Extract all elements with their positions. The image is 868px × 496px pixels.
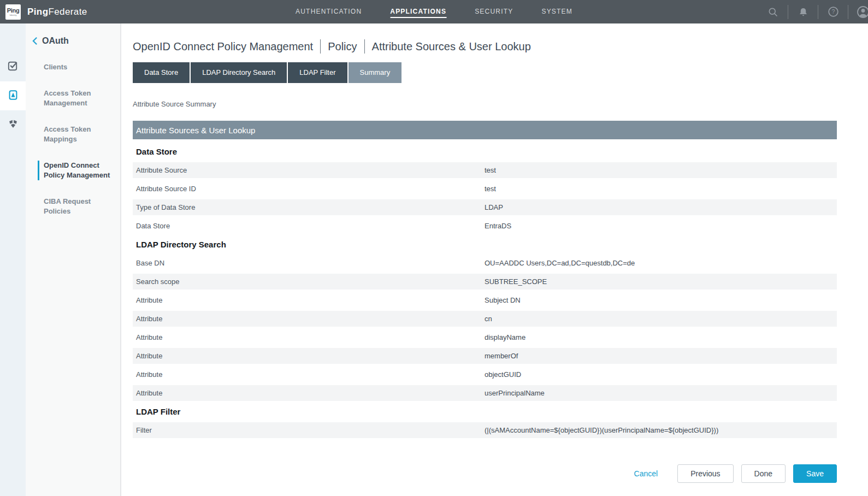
sidebar-items: ClientsAccess Token ManagementAccess Tok…: [26, 62, 120, 216]
product-name: PingFederate: [27, 7, 87, 17]
table-row: Type of Data StoreLDAP: [133, 199, 837, 215]
tab-ldap-directory-search[interactable]: LDAP Directory Search: [191, 62, 287, 83]
ping-identity-logo: Ping Identity: [5, 4, 21, 20]
done-button[interactable]: Done: [741, 464, 786, 483]
row-value: LDAP: [485, 203, 503, 211]
tab-ldap-filter[interactable]: LDAP Filter: [288, 62, 347, 83]
sidebar-item-clients[interactable]: Clients: [38, 62, 115, 72]
row-label: Attribute: [133, 333, 485, 341]
page-title-segment: OpenID Connect Policy Management: [133, 40, 313, 53]
row-value: test: [485, 185, 496, 193]
row-value: (|(sAMAccountName=${objectGUID})(userPri…: [485, 426, 718, 434]
page-title: OpenID Connect Policy ManagementPolicyAt…: [133, 39, 837, 54]
logo-subtext: Identity: [10, 14, 17, 16]
table-header: Attribute Sources & User Lookup: [133, 121, 837, 139]
page-title-segment: Attribute Sources & User Lookup: [372, 40, 531, 53]
row-value: userPrincipalName: [485, 389, 545, 397]
rail-item-clients-check[interactable]: [0, 52, 26, 81]
tab-data-store[interactable]: Data Store: [133, 62, 190, 83]
page-title-segment: Policy: [328, 40, 357, 53]
table-row: Base DNOU=AADDC Users,DC=ad,DC=questdb,D…: [133, 255, 837, 271]
save-button[interactable]: Save: [793, 464, 837, 483]
title-separator: [364, 39, 365, 54]
table-body: Data StoreAttribute SourcetestAttribute …: [133, 144, 837, 438]
sidebar: OAuth ClientsAccess Token ManagementAcce…: [26, 23, 121, 496]
table-row: AttributememberOf: [133, 348, 837, 364]
top-bar: Ping Identity PingFederate AUTHENTICATIO…: [0, 0, 868, 23]
main-navigation: AUTHENTICATIONAPPLICATIONSSECURITYSYSTEM: [296, 0, 572, 23]
row-label: Attribute: [133, 315, 485, 323]
row-value: objectGUID: [485, 370, 521, 379]
nav-item-authentication[interactable]: AUTHENTICATION: [296, 5, 362, 18]
account-user-icon[interactable]: [854, 5, 868, 19]
product-name-bold: Ping: [27, 7, 48, 17]
row-label: Attribute Source ID: [133, 185, 485, 193]
rail-item-access-token[interactable]: [0, 81, 26, 110]
brand: Ping Identity PingFederate: [0, 4, 87, 20]
chevron-left-icon: [32, 37, 38, 45]
wizard-tabs: Data StoreLDAP Directory SearchLDAP Filt…: [133, 62, 837, 83]
title-separator: [320, 39, 321, 54]
section-heading: LDAP Directory Search: [133, 237, 837, 252]
search-icon[interactable]: [764, 7, 782, 17]
row-value: test: [485, 166, 496, 174]
table-row: Search scopeSUBTREE_SCOPE: [133, 274, 837, 290]
product-name-rest: Federate: [48, 7, 87, 17]
divider: [788, 5, 788, 19]
footer-actions: Cancel Previous Done Save: [634, 464, 837, 483]
token-mappings-icon: [7, 118, 19, 132]
table-row: Filter(|(sAMAccountName=${objectGUID})(u…: [133, 422, 837, 438]
row-label: Attribute Source: [133, 166, 485, 174]
row-label: Filter: [133, 426, 485, 434]
icon-rail: [0, 23, 26, 496]
topbar-icon-group: ?: [764, 0, 868, 23]
table-row: AttributeuserPrincipalName: [133, 385, 837, 401]
table-row: Data StoreEntraDS: [133, 218, 837, 234]
row-label: Attribute: [133, 352, 485, 360]
table-row: AttributeobjectGUID: [133, 367, 837, 382]
cancel-button[interactable]: Cancel: [634, 469, 658, 478]
divider: [848, 5, 848, 19]
notifications-bell-icon[interactable]: [794, 7, 812, 17]
section-heading: Data Store: [133, 144, 837, 160]
table-row: AttributedisplayName: [133, 329, 837, 345]
rail-item-token-mappings[interactable]: [0, 110, 26, 139]
table-row: Attribute Source IDtest: [133, 181, 837, 197]
row-label: Attribute: [133, 296, 485, 304]
row-value: Subject DN: [485, 296, 521, 304]
sidebar-item-ciba-request-policies[interactable]: CIBA Request Policies: [38, 197, 115, 216]
access-token-icon: [7, 88, 19, 103]
svg-text:?: ?: [831, 8, 835, 15]
sidebar-item-access-token-management[interactable]: Access Token Management: [38, 88, 115, 108]
row-label: Type of Data Store: [133, 203, 485, 211]
logo-text: Ping: [7, 8, 20, 14]
row-value: OU=AADDC Users,DC=ad,DC=questdb,DC=de: [485, 259, 635, 267]
clients-check-icon: [7, 60, 19, 74]
row-value: SUBTREE_SCOPE: [485, 277, 547, 286]
main-content: OpenID Connect Policy ManagementPolicyAt…: [121, 23, 868, 496]
divider: [818, 5, 818, 19]
row-value: cn: [485, 315, 492, 323]
nav-item-security[interactable]: SECURITY: [475, 5, 513, 18]
sidebar-item-access-token-mappings[interactable]: Access Token Mappings: [38, 125, 115, 144]
help-icon[interactable]: ?: [824, 6, 842, 17]
row-label: Base DN: [133, 259, 485, 267]
section-heading: LDAP Filter: [133, 404, 837, 420]
nav-item-applications[interactable]: APPLICATIONS: [390, 5, 446, 18]
row-label: Search scope: [133, 277, 485, 286]
row-value: displayName: [485, 333, 525, 341]
sidebar-back-oauth[interactable]: OAuth: [26, 23, 120, 46]
sidebar-section-title: OAuth: [42, 36, 69, 46]
row-label: Data Store: [133, 222, 485, 230]
row-label: Attribute: [133, 370, 485, 379]
table-row: Attributecn: [133, 311, 837, 327]
previous-button[interactable]: Previous: [677, 464, 733, 483]
row-value: EntraDS: [485, 222, 511, 230]
table-row: AttributeSubject DN: [133, 292, 837, 308]
sidebar-item-openid-connect-policy-management[interactable]: OpenID Connect Policy Management: [38, 161, 115, 180]
table-row: Attribute Sourcetest: [133, 162, 837, 178]
row-label: Attribute: [133, 389, 485, 397]
nav-item-system[interactable]: SYSTEM: [541, 5, 572, 18]
summary-table: Attribute Sources & User Lookup Data Sto…: [133, 121, 837, 438]
tab-summary[interactable]: Summary: [349, 62, 402, 83]
